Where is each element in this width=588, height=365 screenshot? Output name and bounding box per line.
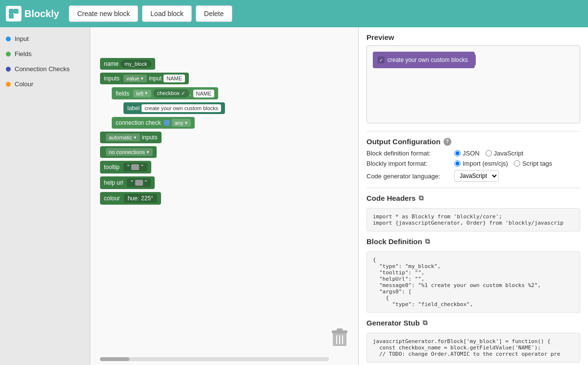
label-value-field[interactable]: create your own custom blocks — [142, 104, 221, 112]
connection-check-row: connection check any — [112, 116, 225, 130]
logo-icon — [6, 6, 21, 21]
colour-block[interactable]: colour hue: 225° — [100, 192, 161, 205]
format-radio-group: JSON JavaScript — [454, 150, 523, 157]
divider-2 — [366, 188, 580, 188]
generator-stub-copy-icon[interactable]: ⧉ — [423, 319, 427, 327]
no-connections-dropdown[interactable]: no connections — [106, 148, 153, 156]
delete-button[interactable]: Delete — [196, 5, 232, 22]
connection-check-label: connection check — [116, 119, 161, 126]
sidebar-item-fields[interactable]: Fields — [0, 46, 90, 61]
help-url-label: help url — [104, 179, 123, 186]
sidebar: Input Fields Connection Checks Colour — [0, 27, 90, 365]
sidebar-label-fields: Fields — [15, 50, 32, 58]
name-value: my_block — [121, 60, 151, 68]
logo-area: Blockly — [6, 6, 59, 21]
help-url-input[interactable]: " " — [127, 178, 151, 187]
fields-label: fields — [116, 90, 129, 97]
code-headers-copy-icon[interactable]: ⧉ — [419, 194, 424, 202]
preview-block-text: create your own custom blocks — [387, 57, 468, 63]
inputs-label2: inputs — [142, 134, 158, 141]
canvas-scrollbar[interactable] — [100, 357, 329, 361]
sidebar-label-input: Input — [15, 35, 29, 42]
output-config-title: Output Configuration ? — [366, 137, 580, 146]
label-row: label create your own custom blocks — [123, 101, 225, 115]
tooltip-block[interactable]: tooltip " " — [100, 161, 151, 173]
colour-dot — [6, 82, 11, 87]
sidebar-item-colour[interactable]: Colour — [0, 77, 90, 92]
format-js-label: JavaScript — [494, 150, 524, 157]
codegen-label: Code generator language: — [366, 173, 454, 180]
preview-check-icon: ✓ — [378, 57, 385, 63]
name-block[interactable]: name my_block — [100, 58, 155, 70]
colour-row: colour hue: 225° — [100, 191, 225, 206]
format-json-option[interactable]: JSON — [454, 150, 480, 157]
hue-label: hue: — [128, 195, 139, 202]
help-url-block[interactable]: help url " " — [100, 176, 155, 189]
load-block-button[interactable]: Load block — [142, 5, 192, 22]
automatic-block[interactable]: automatic inputs — [100, 132, 162, 143]
inputs-block[interactable]: inputs value input NAME — [100, 73, 189, 84]
label-block[interactable]: label create your own custom blocks — [123, 102, 225, 114]
svg-rect-6 — [337, 328, 343, 331]
svg-rect-3 — [14, 14, 19, 19]
import-esm-radio[interactable] — [454, 160, 461, 167]
import-script-option[interactable]: Script tags — [514, 160, 552, 167]
format-js-option[interactable]: JavaScript — [486, 150, 524, 157]
import-script-radio[interactable] — [514, 160, 520, 167]
name-label: name — [104, 60, 119, 67]
left-dropdown[interactable]: left — [133, 90, 151, 97]
divider-1 — [366, 131, 580, 132]
checkbox-label: checkbox ✓ — [153, 89, 190, 97]
code-headers-content: import * as Blockly from 'blockly/core';… — [366, 208, 580, 231]
code-headers-section: Code Headers ⧉ import * as Blockly from … — [366, 194, 580, 231]
fields-block[interactable]: fields left checkbox ✓ , NAME — [112, 87, 218, 99]
format-js-radio[interactable] — [486, 150, 492, 156]
import-label: Blockly import format: — [366, 160, 454, 167]
colour-input[interactable]: hue: 225° — [124, 194, 157, 203]
value-dropdown[interactable]: value — [123, 75, 147, 82]
block-definition-copy-icon[interactable]: ⧉ — [425, 237, 430, 246]
import-esm-option[interactable]: Import (esm/cjs) — [454, 160, 508, 167]
preview-title: Preview — [366, 33, 580, 41]
tooltip-input[interactable]: " " — [123, 163, 147, 172]
connection-check-block[interactable]: connection check any — [112, 117, 195, 129]
main-block: name my_block inputs value input NAME — [100, 57, 225, 206]
codegen-select[interactable]: JavaScript Python Dart Lua PHP — [454, 170, 499, 182]
sidebar-item-connection-checks[interactable]: Connection Checks — [0, 61, 90, 77]
trash-icon[interactable] — [331, 327, 348, 350]
tooltip-label: tooltip — [104, 164, 120, 171]
tooltip-value-icon — [131, 164, 139, 170]
import-row: Blockly import format: Import (esm/cjs) … — [366, 160, 580, 167]
sidebar-label-colour: Colour — [15, 80, 33, 88]
block-definition-content: { "type": "my_block", "tooltip": "", "he… — [366, 251, 580, 313]
input-label: input — [149, 75, 162, 82]
format-json-radio[interactable] — [454, 150, 461, 156]
create-new-block-button[interactable]: Create new block — [69, 5, 138, 22]
import-esm-label: Import (esm/cjs) — [463, 160, 508, 167]
right-panel: Preview ✓ create your own custom blocks … — [359, 27, 588, 365]
generator-stub-content: javascriptGenerator.forBlock['my_block']… — [366, 333, 580, 363]
output-config-help-icon[interactable]: ? — [444, 138, 451, 146]
logo-text: Blockly — [24, 8, 59, 19]
check-icon — [164, 120, 170, 126]
generator-stub-section: Generator Stub ⧉ javascriptGenerator.for… — [366, 319, 580, 363]
svg-rect-0 — [9, 9, 14, 14]
generator-stub-title: Generator Stub ⧉ — [366, 319, 580, 327]
automatic-dropdown[interactable]: automatic — [106, 134, 140, 141]
any-dropdown[interactable]: any — [172, 119, 191, 127]
sidebar-item-input[interactable]: Input — [0, 31, 90, 46]
preview-block-end — [472, 54, 476, 66]
label-text: label — [127, 105, 140, 112]
name-row: name my_block — [100, 57, 225, 71]
sidebar-label-connection: Connection Checks — [15, 65, 70, 73]
canvas-area: name my_block inputs value input NAME — [90, 27, 359, 365]
no-connections-block[interactable]: no connections — [100, 146, 157, 158]
checkbox-name-field[interactable]: NAME — [193, 90, 215, 97]
preview-block: ✓ create your own custom blocks — [373, 52, 475, 68]
fields-row: fields left checkbox ✓ , NAME — [112, 86, 225, 100]
name-input-field[interactable]: NAME — [163, 75, 185, 82]
format-row: Block definition format: JSON JavaScript — [366, 150, 580, 157]
tooltip-row: tooltip " " — [100, 160, 225, 174]
inputs-label: inputs — [104, 75, 120, 82]
help-url-row: help url " " — [100, 175, 225, 190]
